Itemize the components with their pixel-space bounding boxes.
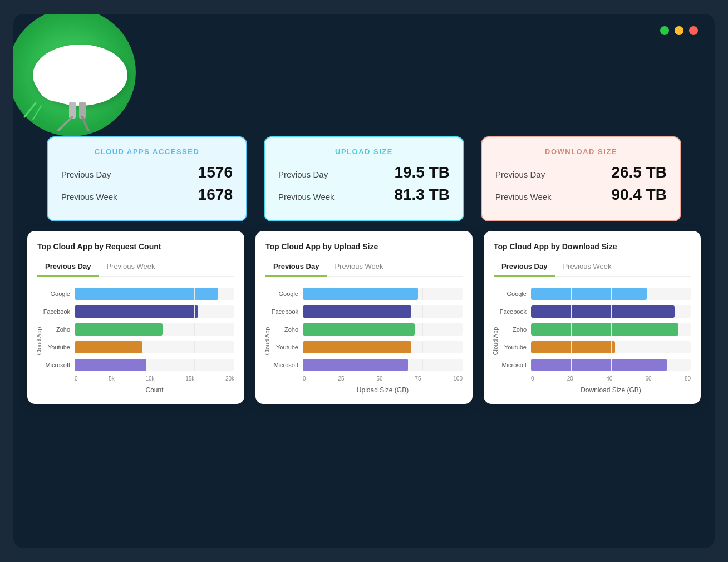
download-size-title: DOWNLOAD SIZE	[495, 147, 667, 156]
bar-fill	[75, 341, 142, 353]
bar-fill	[75, 359, 146, 371]
bar-track	[303, 288, 463, 300]
bar-track	[531, 323, 691, 336]
download-day-value: 26.5 TB	[611, 164, 667, 181]
chart-area-download-size-chart: Cloud AppGoogleFacebookZohoYoutubeMicros…	[494, 288, 691, 394]
bar-label: Google	[34, 290, 70, 297]
x-axis-upload-size-chart: 0255075100	[272, 376, 463, 382]
tab-download-size-chart-1[interactable]: Previous Week	[555, 259, 619, 277]
bar-label: Microsoft	[34, 362, 70, 368]
bar-row: Google	[303, 288, 463, 300]
charts-row: Top Cloud App by Request CountPrevious D…	[27, 231, 701, 404]
x-tick: 50	[376, 376, 382, 382]
x-axis-request-count: 05k10k15k20k	[44, 376, 234, 382]
bar-fill	[531, 359, 667, 371]
bar-track	[303, 341, 463, 353]
chart-card-download-size-chart: Top Cloud App by Download SizePrevious D…	[484, 231, 701, 404]
chart-title-download-size-chart: Top Cloud App by Download Size	[494, 242, 691, 251]
cloud-apps-title: CLOUD APPS ACCESSED	[61, 147, 233, 156]
download-week-value: 90.4 TB	[611, 186, 667, 204]
bar-track	[303, 323, 463, 336]
bar-track	[303, 305, 463, 318]
bar-row: Microsoft	[303, 359, 463, 371]
upload-week-row: Previous Week 81.3 TB	[278, 186, 450, 204]
download-day-row: Previous Day 26.5 TB	[495, 164, 667, 181]
bar-track	[531, 305, 691, 318]
bar-label: Facebook	[34, 308, 70, 315]
bar-label: Microsoft	[490, 362, 527, 368]
bar-fill	[303, 341, 411, 353]
bar-row: Google	[531, 288, 691, 300]
bar-chart-upload-size-chart: GoogleFacebookZohoYoutubeMicrosoft	[272, 288, 463, 371]
tab-upload-size-chart-1[interactable]: Previous Week	[327, 259, 391, 277]
cloud-apps-week-label: Previous Week	[61, 192, 117, 201]
bar-row: Facebook	[303, 305, 463, 318]
bar-track	[531, 359, 691, 371]
x-axis-label-upload-size-chart: Upload Size (GB)	[272, 386, 463, 394]
bar-label: Microsoft	[262, 362, 298, 368]
svg-line-7	[24, 103, 36, 117]
bar-row: Microsoft	[75, 359, 234, 371]
bar-row: Zoho	[303, 323, 463, 336]
bar-track	[531, 288, 691, 300]
bar-track	[75, 341, 234, 353]
bar-row: Youtube	[303, 341, 463, 353]
bar-label: Youtube	[34, 344, 70, 351]
cloud-apps-week-row: Previous Week 1678	[61, 186, 233, 204]
chart-card-request-count: Top Cloud App by Request CountPrevious D…	[27, 231, 244, 404]
bar-label: Facebook	[262, 308, 298, 315]
tab-download-size-chart-0[interactable]: Previous Day	[494, 259, 555, 277]
x-tick: 20k	[225, 376, 234, 382]
tab-request-count-0[interactable]: Previous Day	[37, 259, 99, 277]
tabs-download-size-chart: Previous DayPrevious Week	[494, 259, 691, 277]
bar-row: Youtube	[75, 341, 234, 353]
x-tick: 75	[415, 376, 421, 382]
bar-label: Zoho	[34, 326, 70, 333]
tab-request-count-1[interactable]: Previous Week	[99, 259, 163, 277]
upload-size-card: UPLOAD SIZE Previous Day 19.5 TB Previou…	[264, 136, 464, 221]
upload-size-title: UPLOAD SIZE	[278, 147, 450, 156]
chart-area-upload-size-chart: Cloud AppGoogleFacebookZohoYoutubeMicros…	[265, 288, 463, 394]
x-tick: 0	[303, 376, 306, 382]
svg-point-4	[71, 46, 106, 82]
cloud-apps-day-label: Previous Day	[61, 170, 111, 179]
bar-label: Youtube	[490, 344, 527, 351]
chart-title-upload-size-chart: Top Cloud App by Upload Size	[265, 242, 463, 251]
svg-line-8	[33, 106, 41, 120]
x-tick: 10k	[145, 376, 154, 382]
bar-track	[75, 305, 234, 318]
download-week-row: Previous Week 90.4 TB	[495, 186, 667, 204]
bar-fill	[303, 305, 411, 318]
x-tick: 20	[567, 376, 573, 382]
x-axis-label-request-count: Count	[44, 386, 234, 394]
bar-track	[303, 359, 463, 371]
bar-chart-download-size-chart: GoogleFacebookZohoYoutubeMicrosoft	[500, 288, 691, 371]
yellow-dot[interactable]	[675, 26, 683, 35]
bar-track	[75, 359, 234, 371]
bar-row: Youtube	[531, 341, 691, 353]
green-dot[interactable]	[660, 26, 669, 35]
bar-fill	[531, 305, 675, 318]
cloud-apps-day-value: 1576	[198, 164, 233, 181]
x-tick: 5k	[109, 376, 115, 382]
download-size-card: DOWNLOAD SIZE Previous Day 26.5 TB Previ…	[481, 136, 681, 221]
titlebar	[660, 26, 698, 35]
bar-track	[75, 288, 234, 300]
tabs-upload-size-chart: Previous DayPrevious Week	[265, 259, 463, 277]
bar-row: Google	[75, 288, 234, 300]
bar-fill	[75, 305, 198, 318]
chart-title-request-count: Top Cloud App by Request Count	[37, 242, 234, 251]
x-tick: 25	[338, 376, 344, 382]
upload-day-label: Previous Day	[278, 170, 328, 179]
chart-card-upload-size-chart: Top Cloud App by Upload SizePrevious Day…	[255, 231, 473, 404]
tabs-request-count: Previous DayPrevious Week	[37, 259, 234, 277]
bar-row: Facebook	[75, 305, 234, 318]
red-dot[interactable]	[689, 26, 698, 35]
x-axis-label-download-size-chart: Download Size (GB)	[500, 386, 691, 394]
bar-label: Youtube	[262, 344, 298, 351]
stats-row: CLOUD APPS ACCESSED Previous Day 1576 Pr…	[47, 136, 681, 221]
bar-track	[75, 323, 234, 336]
cloud-apps-card: CLOUD APPS ACCESSED Previous Day 1576 Pr…	[47, 136, 247, 221]
tab-upload-size-chart-0[interactable]: Previous Day	[265, 259, 327, 277]
x-tick: 40	[606, 376, 612, 382]
